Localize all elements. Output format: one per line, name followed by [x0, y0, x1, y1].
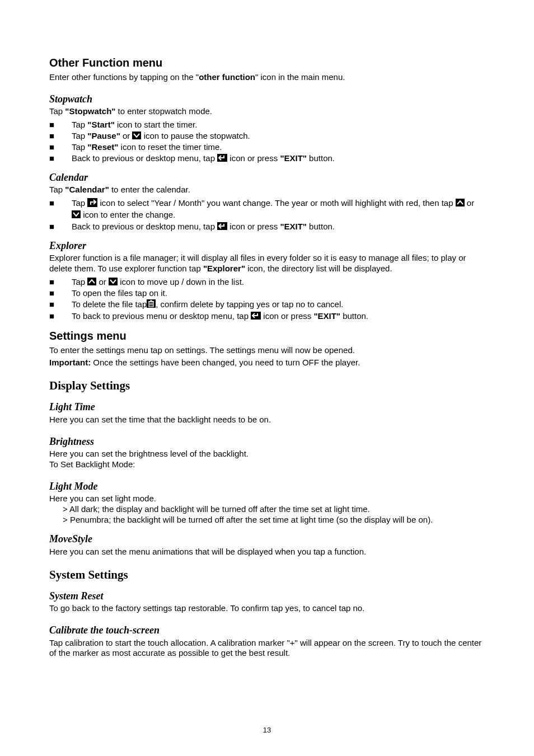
text-bold: "EXIT"	[313, 311, 340, 321]
text: or	[465, 198, 475, 208]
text: icon to reset the timer time.	[118, 142, 222, 152]
text: Enter other functions by tapping on the …	[49, 72, 199, 82]
text: To open the files tap on it.	[72, 288, 485, 299]
movestyle-text: Here you can set the menu animations tha…	[49, 547, 485, 557]
text: Tap	[72, 142, 87, 152]
bullet-icon: ■	[49, 288, 72, 299]
heading-calibrate: Calibrate the touch-screen	[49, 624, 485, 637]
light-mode-opt2: > Penumbra; the backlight will be turned…	[49, 515, 485, 525]
text: or	[96, 277, 109, 287]
text: icon to start the timer.	[115, 120, 198, 129]
text-bold: "Stopwatch"	[65, 106, 115, 116]
chevron-down-icon	[132, 131, 141, 142]
chevron-down-icon	[109, 277, 118, 288]
text: to enter stopwatch mode.	[115, 106, 212, 116]
stopwatch-intro: Tap "Stopwatch" to enter stopwatch mode.	[49, 106, 485, 117]
text-bold: "Pause"	[87, 131, 120, 140]
text-bold: "EXIT"	[280, 222, 307, 231]
other-function-intro: Enter other functions by tapping on the …	[49, 72, 485, 83]
text-bold: "Start"	[87, 120, 114, 129]
bullet-icon: ■	[49, 142, 72, 153]
list-item: ■ To back to previous menu or desktop me…	[49, 311, 485, 322]
light-mode-text: Here you can set light mode.	[49, 494, 485, 504]
text-bold: Important:	[49, 358, 91, 367]
text-bold: "Reset"	[87, 142, 118, 152]
heading-light-mode: Light Mode	[49, 480, 485, 493]
text: , confirm delete by tapping yes or tap n…	[156, 299, 343, 309]
list-item: ■ Tap icon to select "Year / Month" you …	[49, 198, 485, 221]
text: Tap	[72, 120, 87, 129]
heading-system-reset: System Reset	[49, 590, 485, 603]
text: to enter the calendar.	[109, 185, 190, 194]
svg-rect-3	[456, 199, 465, 206]
bullet-icon: ■	[49, 221, 72, 232]
text-bold: "Explorer"	[203, 264, 245, 273]
page-number: 13	[0, 726, 534, 735]
svg-rect-0	[132, 132, 141, 139]
heading-display-settings: Display Settings	[49, 378, 485, 393]
heading-settings-menu: Settings menu	[49, 329, 485, 343]
svg-rect-6	[87, 278, 96, 285]
settings-p2: Important: Once the settings have been c…	[49, 358, 485, 368]
text: icon or press	[227, 153, 280, 163]
heading-explorer: Explorer	[49, 240, 485, 252]
text: Tap	[72, 131, 87, 140]
text: Once the settings have been changed, you…	[91, 358, 360, 367]
bullet-icon: ■	[49, 153, 72, 164]
text: " icon in the main menu.	[255, 72, 345, 82]
text: button.	[307, 153, 335, 163]
list-item: ■ Tap "Start" icon to start the timer.	[49, 119, 485, 130]
list-item: ■ Back to previous or desktop menu, tap …	[49, 153, 485, 165]
brightness-text2: To Set Backlight Mode:	[49, 459, 485, 470]
text: icon or press	[227, 222, 280, 231]
heading-system-settings: System Settings	[49, 567, 485, 582]
text: To delete the file tap	[72, 299, 147, 309]
text: button.	[340, 311, 368, 321]
list-item: ■ To open the files tap on it.	[49, 288, 485, 299]
heading-light-time: Light Time	[49, 401, 485, 414]
calendar-list: ■ Tap icon to select "Year / Month" you …	[49, 198, 485, 233]
list-item: ■ Back to previous or desktop menu, tap …	[49, 221, 485, 233]
back-arrow-icon	[217, 222, 227, 233]
calendar-intro: Tap "Calendar" to enter the calendar.	[49, 185, 485, 195]
chevron-down-icon	[72, 210, 81, 221]
svg-rect-7	[109, 278, 118, 285]
text: icon to select "Year / Month" you want c…	[97, 198, 455, 208]
heading-calendar: Calendar	[49, 171, 485, 184]
text: Back to previous or desktop menu, tap	[72, 222, 217, 231]
back-arrow-icon	[217, 153, 227, 165]
heading-stopwatch: Stopwatch	[49, 93, 485, 106]
explorer-list: ■ Tap or icon to move up / down in the l…	[49, 276, 485, 322]
text: To back to previous menu or desktop menu…	[72, 311, 251, 321]
text: icon to pause the stopwatch.	[141, 131, 250, 140]
chevron-up-icon	[87, 277, 96, 288]
system-reset-text: To go back to the factory settings tap r…	[49, 603, 485, 614]
text: icon to move up / down in the list.	[118, 277, 244, 287]
back-arrow-icon	[251, 311, 261, 322]
text: Tap	[72, 198, 87, 208]
heading-other-function: Other Function menu	[49, 56, 485, 70]
text: icon, the directory list will be display…	[245, 264, 392, 273]
bullet-icon: ■	[49, 130, 72, 142]
light-mode-opt1: > All dark; the display and backlight wi…	[49, 504, 485, 515]
list-item: ■ Tap "Pause" or icon to pause the stopw…	[49, 130, 485, 142]
text: Tap	[49, 106, 65, 116]
text-bold: "Calendar"	[65, 185, 109, 194]
list-item: ■ To delete the file tap, confirm delete…	[49, 299, 485, 311]
bullet-icon: ■	[49, 198, 72, 209]
forward-arrow-icon	[87, 198, 97, 210]
list-item: ■ Tap or icon to move up / down in the l…	[49, 276, 485, 288]
bullet-icon: ■	[49, 119, 72, 130]
text: Tap	[49, 185, 65, 194]
bullet-icon: ■	[49, 299, 72, 310]
list-item: ■ Tap "Reset" icon to reset the timer ti…	[49, 142, 485, 153]
heading-brightness: Brightness	[49, 435, 485, 448]
text: or	[120, 131, 133, 140]
text-bold: other function	[199, 72, 255, 82]
bullet-icon: ■	[49, 276, 72, 288]
bullet-icon: ■	[49, 311, 72, 322]
brightness-text1: Here you can set the brightness level of…	[49, 449, 485, 459]
explorer-intro: Explorer function is a file manager; it …	[49, 253, 485, 274]
chevron-up-icon	[456, 198, 465, 209]
settings-p1: To enter the settings menu tap on settin…	[49, 345, 485, 356]
